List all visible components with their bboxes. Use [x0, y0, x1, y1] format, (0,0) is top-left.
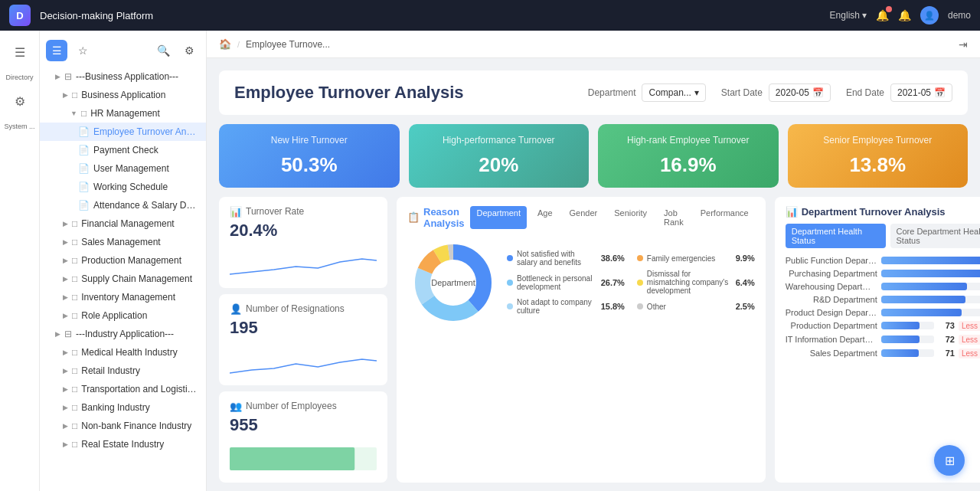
sidebar-item-nonbank[interactable]: ▶ □ Non-bank Finance Industry — [40, 417, 206, 435]
page-title: Employee Turnover Analysis — [234, 83, 573, 103]
reason-tab-age[interactable]: Age — [531, 206, 559, 229]
sidebar-item-role-app[interactable]: ▶ □ Role Application — [40, 306, 206, 325]
reason-item-2: Not adapt to company culture 15.8% — [507, 298, 625, 315]
breadcrumb-current: Employee Turnove... — [246, 39, 330, 50]
reason-icon: 📋 — [407, 211, 420, 223]
dept-rows: Public Function Department 100 Purchasin… — [786, 256, 980, 358]
fab-button[interactable]: ⊞ — [934, 445, 965, 476]
dept-tabs: Department Health Status Core Department… — [786, 224, 980, 248]
app-title: Decision-making Platform — [40, 10, 821, 21]
topbar: D Decision-making Platform English ▾ 🔔 🔔… — [0, 0, 980, 31]
sidebar-item-attendance-salary[interactable]: 📄 Attendance & Salary Dash... — [40, 196, 206, 214]
app-logo: D — [9, 5, 31, 26]
content-area: 🏠 / Employee Turnove... ⇥ Employee Turno… — [207, 31, 980, 491]
sidebar-item-working-schedule[interactable]: 📄 Working Schedule — [40, 178, 206, 196]
reason-tab-jobrank[interactable]: Job Rank — [658, 206, 690, 229]
metric-employees: 👥 Number of Employees 955 — [219, 391, 387, 483]
main-layout: ☰ Directory ⚙ System ... ☰ ☆ 🔍 ⚙ ▶ ⊟ ---… — [0, 31, 980, 491]
svg-rect-1 — [230, 447, 354, 470]
end-date-picker[interactable]: 2021-05 📅 — [890, 83, 952, 102]
alert-icon[interactable]: 🔔 — [898, 9, 911, 21]
reason-tab-gender[interactable]: Gender — [564, 206, 604, 229]
dept-row-7: Sales Department 71 Less Healthy — [786, 349, 980, 358]
system-label: System ... — [4, 123, 34, 130]
start-date-filter: Start Date 2020-05 📅 — [721, 83, 831, 102]
sidebar-item-hr-management[interactable]: ▼ □ HR Management — [40, 104, 206, 123]
dept-row-5: Production Department 73 Less Healthy — [786, 321, 980, 331]
dept-row-4: Product Design Department 75 — [786, 308, 980, 317]
sidebar-item-supply-chain[interactable]: ▶ □ Supply Chain Management — [40, 270, 206, 288]
employees-chart — [230, 440, 377, 473]
reason-donut-chart: Department — [407, 237, 499, 329]
reason-tab-department[interactable]: Department — [470, 206, 526, 229]
reason-item-4: Dismissal for mismatching company's deve… — [637, 270, 755, 295]
reason-item-3: Family emergencies 9.9% — [637, 250, 755, 267]
sidebar-item-production[interactable]: ▶ □ Production Management — [40, 251, 206, 270]
donut-center-label: Department — [431, 278, 475, 287]
department-select[interactable]: Compan... ▾ — [642, 83, 705, 102]
reason-tab-performance[interactable]: Performance — [694, 206, 755, 229]
breadcrumb-home-icon[interactable]: 🏠 — [219, 38, 231, 50]
sidebar-toolbar-icons: ☰ ☆ — [46, 40, 93, 61]
page-header: Employee Turnover Analysis Department Co… — [219, 70, 968, 115]
language-selector[interactable]: English ▾ — [830, 10, 867, 21]
kpi-senior: Senior Employee Turnover 13.8% — [788, 124, 969, 188]
dept-tab-health[interactable]: Department Health Status — [786, 224, 886, 248]
topbar-right: English ▾ 🔔 🔔 👤 demo — [830, 6, 971, 25]
reason-item-5: Other 2.5% — [637, 298, 755, 315]
start-date-picker[interactable]: 2020-05 📅 — [769, 83, 831, 102]
sidebar-item-business-app[interactable]: ▶ □ Business Application — [40, 86, 206, 104]
sidebar-toolbar: ☰ ☆ 🔍 ⚙ — [40, 37, 206, 67]
department-analysis-card: 📊 Department Turnover Analysis Departmen… — [775, 197, 980, 483]
sidebar-item-inventory[interactable]: ▶ □ Inventory Management — [40, 288, 206, 306]
expand-button[interactable]: ⇥ — [959, 38, 968, 51]
sidebar-item-employee-turnover[interactable]: 📄 Employee Turnover Anal... — [40, 123, 206, 141]
sidebar-item-payment-check[interactable]: 📄 Payment Check — [40, 141, 206, 159]
sidebar-item-user-management[interactable]: 📄 User Management — [40, 159, 206, 178]
rail-settings-icon[interactable]: ⚙ — [6, 87, 34, 115]
kpi-high-performance: High-performance Turnover 20% — [409, 124, 590, 188]
kpi-row: New Hire Turnover 50.3% High-performance… — [219, 124, 968, 188]
dept-title-icon: 📊 — [786, 206, 798, 218]
turnover-rate-chart — [230, 245, 377, 279]
sidebar-menu-button[interactable]: ☰ — [46, 40, 67, 61]
kpi-new-hire: New Hire Turnover 50.3% — [219, 124, 400, 188]
arrow-icon: ▶ — [55, 73, 60, 80]
dashboard: Employee Turnover Analysis Department Co… — [207, 58, 980, 491]
dept-row-3: R&D Department 79 — [786, 295, 980, 304]
rail-menu-icon[interactable]: ☰ — [6, 38, 34, 66]
sidebar-item-sales[interactable]: ▶ □ Sales Management — [40, 233, 206, 251]
sidebar-item-realestate[interactable]: ▶ □ Real Estate Industry — [40, 435, 206, 453]
sidebar-item-industry-group[interactable]: ▶ ⊟ ---Industry Application--- — [40, 325, 206, 343]
reason-tab-seniority[interactable]: Seniority — [608, 206, 653, 229]
sidebar-item-retail[interactable]: ▶ □ Retail Industry — [40, 362, 206, 380]
resignations-chart — [230, 342, 377, 376]
sidebar-item-financial[interactable]: ▶ □ Financial Management — [40, 214, 206, 233]
reason-items: Not satisfied with salary and benefits 3… — [507, 237, 755, 329]
sidebar: ☰ ☆ 🔍 ⚙ ▶ ⊟ ---Business Application--- ▶… — [40, 31, 207, 491]
reason-tabs: Department Age Gender Seniority Job Rank… — [470, 206, 754, 229]
breadcrumb-bar: 🏠 / Employee Turnove... ⇥ — [207, 31, 980, 58]
user-name: demo — [948, 10, 971, 21]
reason-item-1: Bottleneck in personal development 26.7% — [507, 270, 625, 295]
sidebar-item-medical[interactable]: ▶ □ Medical Health Industry — [40, 343, 206, 362]
end-date-filter: End Date 2021-05 📅 — [846, 83, 952, 102]
reason-analysis-card: 📋 Reason Analysis Department Age Gender … — [397, 197, 766, 483]
sidebar-settings-button[interactable]: ⚙ — [178, 40, 200, 61]
sidebar-item-transport[interactable]: ▶ □ Transportation and Logistics In... — [40, 380, 206, 398]
dept-row-1: Purchasing Department 97 — [786, 269, 980, 278]
reason-item-0: Not satisfied with salary and benefits 3… — [507, 250, 625, 267]
sidebar-item-business-app-group[interactable]: ▶ ⊟ ---Business Application--- — [40, 67, 206, 86]
user-avatar: 👤 — [920, 6, 939, 25]
reason-content: Department Not satisfied with salary and… — [407, 237, 755, 329]
sidebar-search-button[interactable]: 🔍 — [152, 40, 174, 61]
resignations-icon: 👤 — [230, 303, 242, 315]
sidebar-item-banking[interactable]: ▶ □ Banking Industry — [40, 398, 206, 417]
turnover-rate-icon: 📊 — [230, 206, 242, 218]
metrics-column: 📊 Turnover Rate 20.4% — [219, 197, 387, 483]
metric-turnover-rate: 📊 Turnover Rate 20.4% — [219, 197, 387, 288]
dept-tab-core-health[interactable]: Core Department Health Status — [890, 224, 980, 248]
notification-icon[interactable]: 🔔 — [876, 9, 889, 21]
sidebar-star-button[interactable]: ☆ — [72, 40, 93, 61]
left-rail: ☰ Directory ⚙ System ... — [0, 31, 40, 491]
